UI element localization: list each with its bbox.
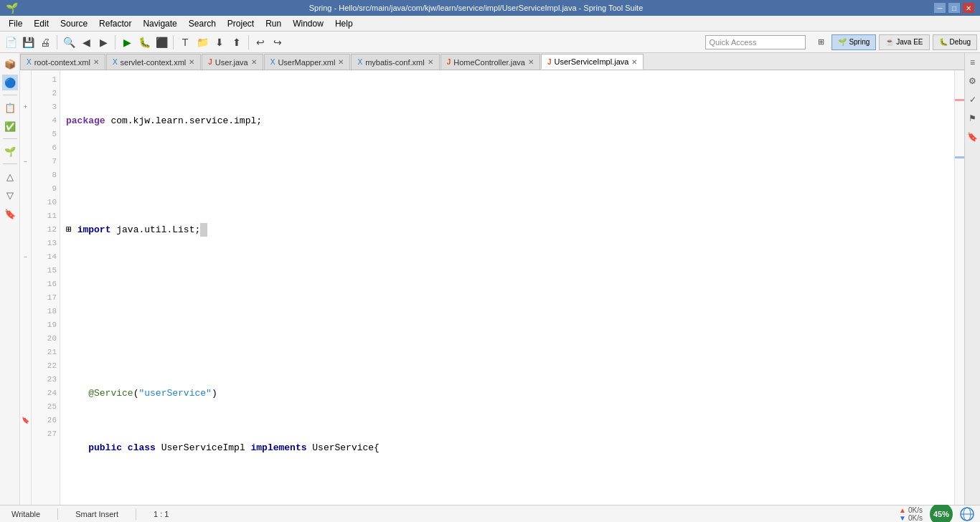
line-num-27: 27 [32,427,57,441]
panel-icons: ≡ ⚙ ✓ ⚑ 🔖 [964,53,980,505]
download-speed: 0K/s [908,514,923,522]
paren-open-6: ( [133,386,139,400]
panel-icon-5[interactable]: 🔖 [966,130,979,143]
line-num-3: 3 [32,100,57,114]
line-num-9: 9 [32,182,57,196]
close-button[interactable]: ✕ [963,3,974,13]
panel-icon-1[interactable]: ≡ [966,56,979,69]
code-line-4 [66,277,948,291]
debug-button[interactable]: 🐛 [136,34,152,50]
tab-user[interactable]: J User.java ✕ [202,54,263,70]
perspective-bar: ⊞ 🌱 Spring ☕ Java EE 🐛 Debug [813,34,977,50]
menu-edit[interactable]: Edit [28,17,55,30]
code-editor[interactable]: + − − [20,70,964,505]
toolbar-sep-1 [57,35,57,49]
sidebar-fold-down[interactable]: ▽ [2,187,18,203]
line-num-20: 20 [32,332,57,346]
menu-window[interactable]: Window [287,17,329,30]
tab-java-icon-2: J [447,58,451,66]
gutter-icon-26: 🔖 [20,414,31,427]
gutter-icons: + − − [20,70,32,505]
menu-project[interactable]: Project [222,17,260,30]
sp-7a [122,441,128,455]
tab-usermapper-xml[interactable]: X UserMapper.xml ✕ [264,54,351,70]
network-icon [960,507,974,521]
menu-refactor[interactable]: Refactor [93,17,137,30]
sidebar-fold-up[interactable]: △ [2,169,18,184]
bookmark-icon[interactable]: 🔖 [22,417,29,424]
save-button[interactable]: 💾 [20,34,36,50]
javaee-perspective-button[interactable]: ☕ Java EE [879,34,929,50]
spring-icon: 🌱 [838,38,847,46]
tab-homecontroller[interactable]: J HomeController.java ✕ [440,54,540,70]
tab-user-close[interactable]: ✕ [251,58,257,66]
fold-method-icon[interactable]: − [24,254,27,261]
print-button[interactable]: 🖨 [37,34,53,50]
panel-icon-3[interactable]: ✓ [966,93,979,106]
sidebar-tasks[interactable]: ✅ [2,118,18,134]
code-line-6: @Service("userService") [66,386,948,400]
left-sidebar: 📦 🔵 📋 ✅ 🌱 △ ▽ 🔖 [0,53,20,505]
sidebar-outline[interactable]: 📋 [2,100,18,115]
menu-source[interactable]: Source [55,17,93,30]
tab-userserviceimpl-label: UserServiceImpl.java [554,57,628,66]
menu-navigate[interactable]: Navigate [137,17,182,30]
tab-servlet-context[interactable]: X servlet-context.xml ✕ [106,54,201,70]
stop-button[interactable]: ⬛ [154,34,169,50]
forward-button[interactable]: ▶ [95,34,111,50]
quick-access-input[interactable]: Quick Access [705,35,806,49]
writable-status[interactable]: Writable [6,510,46,518]
panel-icon-4[interactable]: ⚑ [966,112,979,125]
fold-class-icon[interactable]: − [24,158,27,166]
sidebar-active-item[interactable]: 🔵 [2,75,18,90]
panel-icon-2[interactable]: ⚙ [966,75,979,87]
classname-7: UserServiceImpl [156,441,251,455]
import-path: java.util.List; [110,223,200,237]
app-icon: 🌱 [6,2,18,14]
code-line-8 [66,495,948,505]
open-resource-button[interactable]: 📁 [194,34,210,50]
fold-import-icon[interactable]: + [24,104,27,111]
open-type-button[interactable]: T [177,34,193,50]
minimize-button[interactable]: ─ [934,3,946,13]
tab-userserviceimpl[interactable]: J UserServiceImpl.java ✕ [541,54,644,70]
menu-file[interactable]: File [3,17,28,30]
menu-search[interactable]: Search [183,17,222,30]
menu-help[interactable]: Help [329,17,359,30]
tab-root-context[interactable]: X root-context.xml ✕ [20,54,105,70]
run-button[interactable]: ▶ [119,34,135,50]
sidebar-package-explorer[interactable]: 📦 [2,56,18,72]
spring-perspective-button[interactable]: 🌱 Spring [831,34,876,50]
cursor-position-status: 1 : 1 [148,510,174,518]
code-content[interactable]: package com.kjw.learn.service.impl; ⊞ im… [60,70,954,505]
insert-mode-status[interactable]: Smart Insert [70,510,124,518]
prev-annotation-button[interactable]: ⬆ [229,34,245,50]
next-annotation-button[interactable]: ⬇ [212,34,227,50]
tab-mybatis-conf-close[interactable]: ✕ [428,58,433,66]
debug-perspective-button[interactable]: 🐛 Debug [933,34,977,50]
sidebar-spring-explorer[interactable]: 🌱 [2,143,18,159]
gutter-icon-13 [20,237,31,250]
tab-servlet-context-label: servlet-context.xml [121,58,187,67]
menu-run[interactable]: Run [260,17,287,30]
sidebar-bookmark[interactable]: 🔖 [2,206,18,222]
tab-userserviceimpl-close[interactable]: ✕ [631,58,637,66]
search-toolbar-button[interactable]: 🔍 [61,34,77,50]
new-button[interactable]: 📄 [3,34,19,50]
tab-root-context-close[interactable]: ✕ [93,58,99,66]
undo-button[interactable]: ↩ [253,34,268,50]
tab-servlet-context-close[interactable]: ✕ [189,58,194,66]
show-perspectives-button[interactable]: ⊞ [813,34,829,50]
tab-mybatis-conf[interactable]: X mybatis-conf.xml ✕ [351,54,439,70]
line-num-1: 1 [32,73,57,87]
tab-homecontroller-close[interactable]: ✕ [528,58,534,66]
tab-usermapper-xml-label: UserMapper.xml [278,58,335,67]
tab-user-label: User.java [215,58,248,67]
back-button[interactable]: ◀ [78,34,94,50]
gutter-icon-25 [20,400,31,414]
redo-button[interactable]: ↪ [270,34,286,50]
tab-usermapper-xml-close[interactable]: ✕ [338,58,344,66]
maximize-button[interactable]: □ [948,3,960,13]
mini-scrollbar[interactable] [954,70,964,505]
gutter-icon-17 [20,291,31,305]
